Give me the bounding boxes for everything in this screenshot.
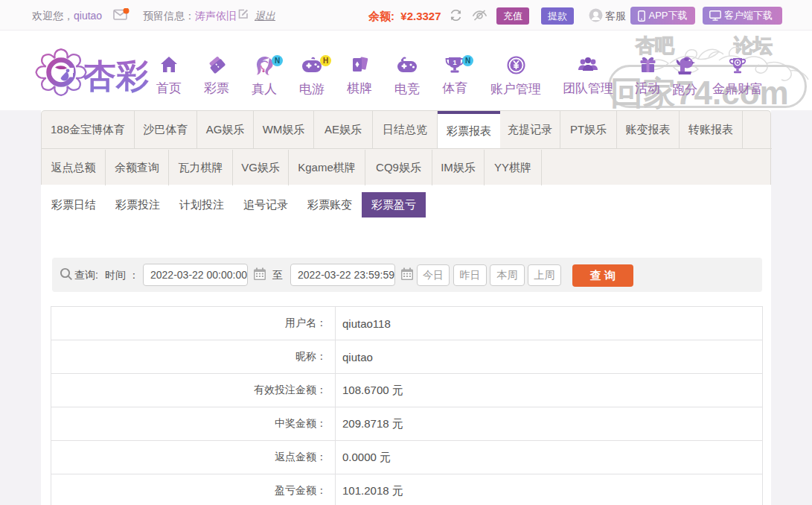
svg-text:1: 1 [453, 59, 456, 66]
